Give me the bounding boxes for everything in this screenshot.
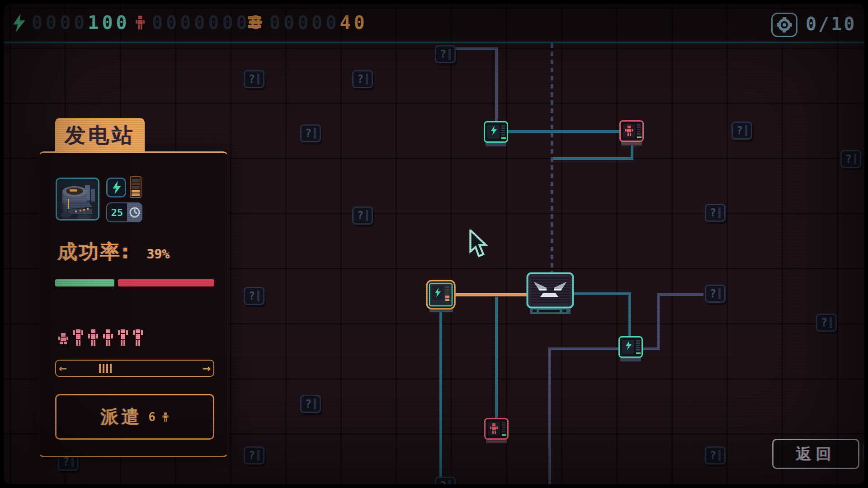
worker-icon — [57, 329, 69, 347]
qbox-bar — [718, 207, 721, 218]
question-mark-icon: ? — [249, 449, 255, 462]
map-node-mainframe[interactable] — [526, 272, 576, 317]
money-counter: 0000040 — [269, 12, 368, 33]
success-bar-green — [55, 279, 114, 286]
unknown-node[interactable]: ? — [731, 122, 752, 140]
unknown-node[interactable]: ? — [705, 446, 726, 465]
worker-row — [57, 325, 144, 347]
worker-icon — [117, 329, 129, 347]
question-mark-icon: ? — [357, 209, 363, 222]
objective-progress: 0/10 — [806, 14, 856, 34]
success-rate-label: 成功率: — [57, 239, 131, 265]
map-node-crew-top[interactable] — [619, 120, 644, 148]
power-station-panel: 发电站 — [38, 151, 228, 457]
map-node-generator-top[interactable] — [484, 121, 508, 149]
unknown-node[interactable]: ? — [300, 395, 321, 413]
wire-segment — [495, 297, 498, 420]
time-cost-value: 25 — [107, 203, 127, 221]
map-node-generator-right[interactable] — [618, 336, 643, 364]
question-mark-icon: ? — [736, 124, 743, 137]
battery-seg — [132, 179, 140, 182]
qbox-bar — [854, 154, 856, 164]
qbox-bar — [314, 399, 316, 409]
slider-left-arrow-icon[interactable]: ← — [56, 363, 70, 374]
unknown-node[interactable]: ? — [705, 204, 726, 222]
slider-handle[interactable] — [99, 364, 112, 373]
worker-icon — [132, 329, 144, 347]
unknown-node[interactable]: ? — [244, 287, 264, 305]
panel-tab: 发电站 — [55, 118, 145, 153]
question-mark-icon: ? — [305, 398, 311, 410]
question-mark-icon: ? — [305, 127, 311, 140]
question-mark-icon: ? — [357, 73, 363, 85]
unknown-node[interactable]: ? — [435, 477, 456, 484]
wire-segment — [642, 347, 658, 350]
dispatch-button[interactable]: 派遣 6 — [55, 394, 214, 440]
map-node-crew-bottom[interactable] — [484, 418, 509, 446]
money-icon — [247, 16, 263, 29]
slider-right-arrow-icon[interactable]: → — [200, 363, 213, 374]
wire-segment — [574, 292, 631, 295]
qbox-bar — [830, 317, 832, 328]
qbox-bar — [366, 210, 368, 221]
question-mark-icon: ? — [710, 287, 716, 300]
money-resource: 0000040 — [247, 4, 368, 42]
wire-segment — [548, 347, 551, 484]
qbox-bar — [257, 74, 259, 84]
qbox-bar — [718, 450, 721, 461]
unknown-node[interactable]: ? — [352, 206, 373, 225]
unknown-node[interactable]: ? — [244, 446, 264, 465]
qbox-bar — [745, 125, 747, 136]
people-icon — [135, 14, 146, 31]
map-node-generator-selected[interactable] — [426, 280, 457, 315]
question-mark-icon: ? — [440, 48, 446, 61]
unknown-node[interactable]: ? — [435, 45, 456, 63]
question-mark-icon: ? — [249, 290, 255, 302]
qbox-bar — [366, 74, 368, 84]
worker-slider[interactable]: ← → — [55, 360, 214, 377]
qbox-bar — [71, 456, 74, 467]
worker-icon — [72, 329, 84, 347]
qbox-bar — [257, 291, 259, 301]
unknown-node[interactable]: ? — [352, 70, 373, 88]
wire-segment — [658, 293, 703, 296]
battery-seg — [132, 193, 140, 196]
worker-icon — [102, 329, 114, 347]
wire-segment — [628, 292, 631, 338]
game-screen: 0000100 00000008 0000040 0/10 — [4, 4, 864, 484]
energy-counter: 0000100 — [32, 12, 130, 33]
resource-topbar: 0000100 00000008 0000040 0/10 — [4, 4, 864, 43]
energy-type-badge — [106, 178, 126, 197]
dispatch-count: 6 — [148, 410, 156, 424]
qbox-bar — [448, 480, 451, 484]
question-mark-icon: ? — [845, 153, 852, 165]
wire-segment — [455, 293, 529, 296]
wire-segment — [552, 157, 633, 160]
question-mark-icon: ? — [821, 316, 827, 329]
unknown-node[interactable]: ? — [244, 70, 264, 88]
gear-icon — [777, 17, 792, 33]
unknown-node[interactable]: ? — [863, 443, 864, 461]
wire-segment — [550, 347, 621, 350]
mouse-cursor-icon — [468, 230, 492, 261]
back-button[interactable]: 返回 — [772, 439, 859, 469]
unknown-node[interactable]: ? — [705, 285, 726, 303]
question-mark-icon: ? — [63, 455, 69, 468]
wire-segment — [505, 130, 621, 133]
worker-icon — [87, 329, 99, 347]
success-rate-value: 39% — [147, 247, 170, 262]
qbox-bar — [448, 49, 451, 60]
unknown-node[interactable]: ? — [300, 124, 321, 142]
question-mark-icon: ? — [710, 206, 716, 219]
success-rate-bar — [55, 279, 214, 286]
battery-seg — [132, 186, 140, 189]
unknown-node[interactable]: ? — [840, 150, 861, 168]
time-cost-badge: 25 — [106, 202, 142, 222]
unknown-node[interactable]: ? — [816, 314, 837, 332]
dispatch-person-icon — [162, 411, 169, 423]
bolt-icon — [111, 181, 121, 194]
wire-segment — [657, 293, 660, 350]
wire-segment — [454, 47, 497, 50]
energy-resource: 0000100 — [12, 4, 130, 42]
qbox-bar — [314, 128, 316, 139]
